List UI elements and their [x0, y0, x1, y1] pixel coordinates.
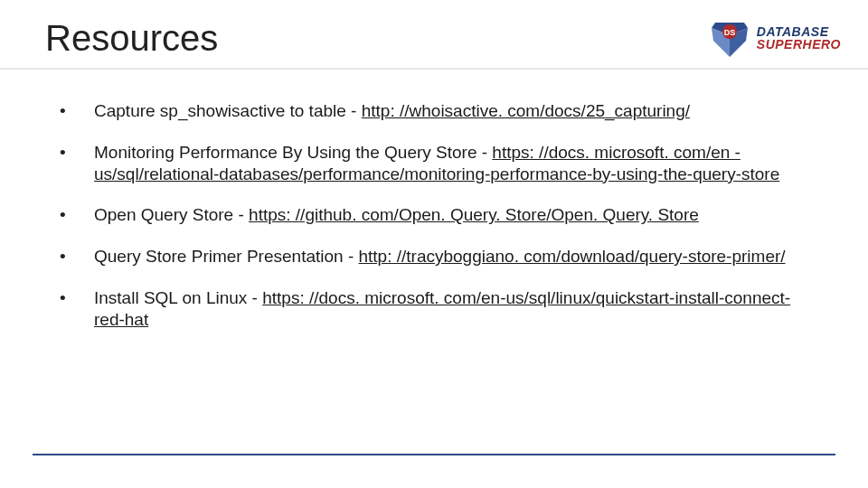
logo-text: DATABASE SUPERHERO — [757, 26, 841, 51]
list-item: • Install SQL on Linux - https: //docs. … — [54, 278, 814, 342]
divider-bottom — [33, 454, 835, 455]
list-item: • Open Query Store - https: //github. co… — [54, 195, 814, 237]
bullet-icon: • — [54, 100, 94, 122]
list-item: • Capture sp_showisactive to table - htt… — [54, 91, 814, 133]
logo-badge-icon: DS — [708, 19, 751, 59]
bullet-icon: • — [54, 204, 94, 226]
bullet-text: Query Store Primer Presentation - — [94, 247, 359, 266]
bullet-list: • Capture sp_showisactive to table - htt… — [54, 91, 814, 341]
bullet-text: Monitoring Performance By Using the Quer… — [94, 143, 492, 162]
resource-link[interactable]: https: //github. com/Open. Query. Store/… — [249, 205, 699, 224]
resource-link[interactable]: http: //whoisactive. com/docs/25_capturi… — [362, 101, 690, 120]
list-item: • Query Store Primer Presentation - http… — [54, 237, 814, 278]
bullet-icon: • — [54, 142, 94, 185]
header: Resources DS DATABASE SUPERHERO — [0, 0, 868, 68]
bullet-icon: • — [54, 287, 94, 331]
page-title: Resources — [45, 18, 218, 59]
slide: Resources DS DATABASE SUPERHERO • — [0, 0, 868, 488]
logo-line2: SUPERHERO — [757, 39, 841, 51]
bullet-text: Open Query Store - — [94, 205, 249, 224]
bullet-text: Install SQL on Linux - — [94, 288, 262, 307]
bullet-icon: • — [54, 246, 94, 267]
resource-link[interactable]: http: //tracyboggiano. com/download/quer… — [359, 247, 786, 266]
bullet-text: Capture sp_showisactive to table - — [94, 101, 362, 120]
list-item: • Monitoring Performance By Using the Qu… — [54, 133, 814, 196]
svg-text:DS: DS — [724, 28, 736, 37]
content: • Capture sp_showisactive to table - htt… — [0, 70, 868, 341]
logo: DS DATABASE SUPERHERO — [708, 19, 841, 59]
